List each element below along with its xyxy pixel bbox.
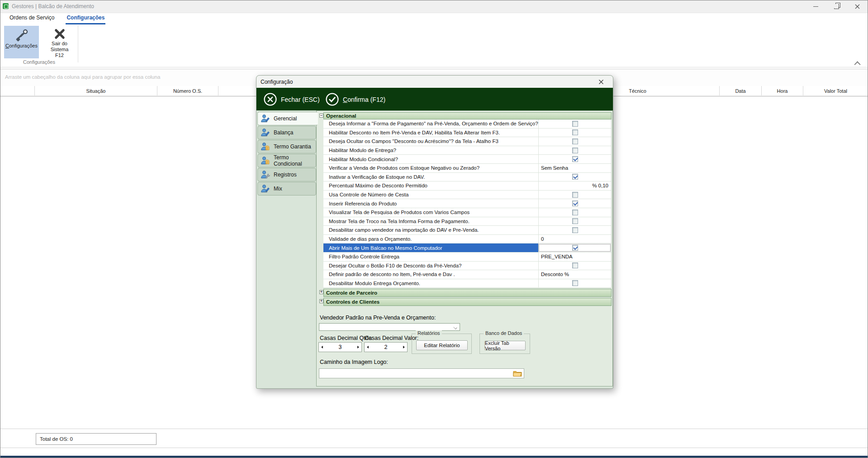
editar-relatorio-button[interactable]: Editar Relatório: [416, 340, 468, 350]
collapse-section-icon[interactable]: −: [319, 114, 323, 118]
setting-row-14[interactable]: Abrir Mais de Um Balcao no Mesmo Computa…: [323, 243, 611, 253]
checkbox[interactable]: [572, 200, 578, 206]
setting-value-cell[interactable]: [538, 146, 611, 155]
setting-row-8[interactable]: Usa Controle de Número de Cesta: [323, 191, 611, 200]
setting-value-cell[interactable]: [538, 191, 611, 199]
configuracoes-button[interactable]: Configurações: [4, 26, 39, 58]
setting-row-3[interactable]: Habilitar Modulo de Entrega?: [323, 146, 611, 155]
setting-row-16[interactable]: Desejar Ocultar o Botão F10 de Desconto …: [323, 262, 611, 271]
checkbox[interactable]: [572, 227, 578, 233]
setting-value-cell[interactable]: [538, 137, 611, 146]
expand-section-icon[interactable]: +: [319, 299, 323, 303]
setting-value-cell[interactable]: % 0,10: [538, 181, 611, 190]
setting-value-cell[interactable]: 0: [538, 235, 611, 243]
dialog-tab-balan-a[interactable]: Balança: [257, 126, 316, 139]
setting-value-cell[interactable]: Sem Senha: [538, 164, 611, 172]
setting-row-9[interactable]: Inserir Referencia do Produto: [323, 199, 611, 208]
checkbox[interactable]: [572, 218, 578, 224]
checkbox[interactable]: [572, 210, 578, 215]
dialog-tab-mix[interactable]: Mix: [257, 182, 316, 196]
section-header-operacional[interactable]: −Operacional: [323, 112, 612, 119]
checkbox[interactable]: [572, 148, 578, 153]
checkbox[interactable]: [572, 129, 578, 135]
setting-row-17[interactable]: Definir padrão de desconto no Item, Pré-…: [323, 270, 611, 279]
setting-value-cell[interactable]: Desconto %: [538, 270, 611, 279]
setting-row-13[interactable]: Validade de dias para o Orçamento.0: [323, 235, 611, 244]
dialog-close-button[interactable]: [595, 77, 607, 86]
stepper-right-arrow-icon[interactable]: [403, 346, 405, 348]
column-header-data[interactable]: Data: [720, 86, 762, 95]
caminho-imagem-logo-input[interactable]: [319, 368, 524, 378]
setting-row-5[interactable]: Verificar a Venda de Produtos com Estoqu…: [323, 164, 611, 173]
excluir-tab-versao-button[interactable]: Excluir Tab Versão: [484, 341, 526, 350]
checkbox[interactable]: [572, 174, 578, 180]
sair-do-sistema-button[interactable]: Sair do Sistema F12: [42, 26, 77, 58]
casas-decimal-qtde-stepper[interactable]: 3: [318, 342, 362, 352]
setting-row-15[interactable]: Filtro Padrão Controle EntregaPRE_VENDA: [323, 253, 611, 262]
setting-value-cell[interactable]: [538, 262, 611, 270]
setting-row-6[interactable]: Inativar a Verificação de Estoque no DAV…: [323, 173, 611, 182]
stepper-right-arrow-icon[interactable]: [357, 346, 359, 348]
dialog-tab-termo-garantia[interactable]: Termo Garantia: [257, 140, 316, 153]
checkbox[interactable]: [572, 121, 578, 127]
stepper-left-arrow-icon[interactable]: [367, 346, 369, 348]
configuracao-dialog: Configuração Fechar (ESC) Confirma (F12): [256, 75, 613, 389]
section-header-controles-de-clientes[interactable]: +Controles de Clientes: [323, 298, 612, 306]
column-header-n-mero-o-s-[interactable]: Número O.S.: [157, 86, 218, 95]
setting-row-11[interactable]: Mostrar Tela de Troco na Tela Informa Fo…: [323, 217, 611, 226]
dialog-tab-termo-condicional[interactable]: Termo Condicional: [257, 154, 316, 167]
vendedor-padrao-label: Vendedor Padrão na Pre-Venda e Orçamento…: [320, 315, 436, 321]
setting-row-10[interactable]: Visualizar Tela de Pesquisa de Produtos …: [323, 208, 611, 217]
vendedor-padrao-combobox[interactable]: [319, 323, 460, 331]
setting-row-12[interactable]: Desabilitar campo vendedor na importação…: [323, 226, 611, 235]
checkbox[interactable]: [572, 262, 578, 268]
setting-label: Abrir Mais de Um Balcao no Mesmo Computa…: [323, 243, 538, 252]
close-button[interactable]: [847, 0, 868, 13]
setting-value-cell[interactable]: [538, 279, 611, 288]
setting-value-cell[interactable]: [538, 217, 611, 226]
column-header-situa-o[interactable]: Situação: [35, 86, 157, 95]
browse-folder-button[interactable]: [512, 370, 522, 377]
column-header-blank-0[interactable]: [0, 86, 35, 95]
setting-row-7[interactable]: Percentual Máximo de Desconto Permitido%…: [323, 181, 611, 191]
dialog-tab-registros[interactable]: Registros: [257, 168, 316, 181]
stepper-left-arrow-icon[interactable]: [321, 346, 323, 348]
setting-row-2[interactable]: Deseja Ocultar os Campos "Desconto ou Ac…: [323, 137, 611, 146]
maximize-button[interactable]: [826, 0, 847, 13]
confirma-button[interactable]: Confirma (F12): [325, 92, 385, 107]
ribbon-tab-ordens-de-servico[interactable]: Ordens de Serviço: [9, 13, 55, 23]
setting-value-cell[interactable]: [538, 199, 611, 208]
dialog-tab-gerencial[interactable]: Gerencial: [257, 112, 318, 125]
setting-value-cell[interactable]: [538, 129, 611, 137]
column-header-valor-total[interactable]: Valor Total: [803, 86, 868, 95]
checkbox[interactable]: [572, 138, 578, 144]
setting-label: Usa Controle de Número de Cesta: [323, 191, 538, 199]
total-os-box: Total de OS: 0: [36, 433, 157, 445]
expand-section-icon[interactable]: +: [319, 290, 323, 294]
casas-decimal-qtde-value: 3: [339, 344, 342, 350]
setting-value-cell[interactable]: PRE_VENDA: [538, 253, 611, 261]
checkbox[interactable]: [572, 192, 578, 198]
setting-value-cell[interactable]: [538, 208, 611, 217]
checkbox[interactable]: [572, 280, 578, 286]
setting-value-cell[interactable]: [538, 155, 611, 163]
setting-row-0[interactable]: Deseja Informar a "Forma de Pagamento" n…: [323, 119, 611, 129]
ribbon-tab-configuracoes[interactable]: Configurações: [66, 13, 105, 24]
application-window: Gestores | Balcão de Atendimento Ordens …: [0, 0, 868, 458]
minimize-button[interactable]: [805, 0, 826, 13]
setting-value-cell[interactable]: [538, 243, 611, 252]
settings-rows: Deseja Informar a "Forma de Pagamento" n…: [319, 119, 612, 288]
setting-row-1[interactable]: Habilitar Desconto no Item Pré-Venda e D…: [323, 129, 611, 138]
setting-value-cell[interactable]: [538, 173, 611, 181]
section-header-controle-de-parceiro[interactable]: +Controle de Parceiro: [323, 289, 612, 297]
setting-row-18[interactable]: Desabilitar Modulo Entrega Orçamento.: [323, 279, 611, 288]
column-header-hora[interactable]: Hora: [762, 86, 803, 95]
checkbox[interactable]: [572, 245, 578, 251]
setting-value-cell[interactable]: [538, 119, 611, 128]
checkbox[interactable]: [572, 156, 578, 162]
setting-value-cell[interactable]: [538, 226, 611, 234]
ribbon-group-separator: [78, 25, 78, 62]
casas-decimal-valor-stepper[interactable]: 2: [364, 342, 408, 352]
setting-row-4[interactable]: Habilitar Modulo Condicional?: [323, 155, 611, 164]
collapse-ribbon-button[interactable]: [853, 61, 863, 67]
